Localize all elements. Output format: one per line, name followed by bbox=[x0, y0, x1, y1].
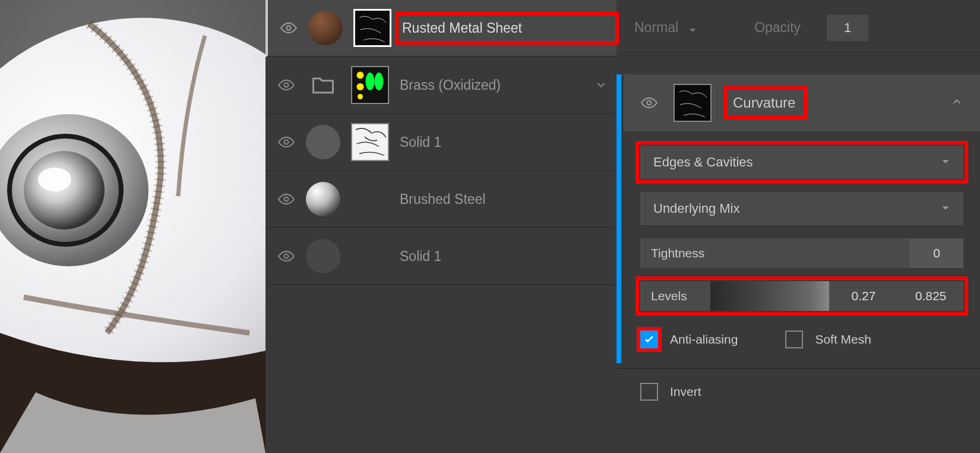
underlying-mix-select[interactable]: Underlying Mix bbox=[640, 192, 963, 225]
tightness-value[interactable]: 0 bbox=[910, 238, 963, 268]
visibility-icon[interactable] bbox=[277, 247, 295, 265]
svg-point-5 bbox=[24, 151, 105, 229]
material-thumb bbox=[306, 182, 340, 216]
curvature-body: Edges & Cavities Underlying Mix Tightnes… bbox=[624, 146, 980, 363]
anti-aliasing-checkbox[interactable] bbox=[640, 331, 658, 348]
layer-name-label[interactable]: Brushed Steel bbox=[400, 191, 609, 207]
visibility-icon[interactable] bbox=[277, 76, 295, 94]
folder-icon bbox=[306, 68, 340, 102]
separator bbox=[617, 368, 980, 369]
tightness-label: Tightness bbox=[640, 238, 905, 268]
svg-point-12 bbox=[357, 83, 364, 90]
levels-slider[interactable] bbox=[710, 281, 829, 311]
layer-blend-bar: Normal Opacity 1 bbox=[617, 0, 980, 56]
svg-point-9 bbox=[284, 83, 289, 87]
visibility-icon[interactable] bbox=[280, 19, 298, 37]
material-thumb bbox=[306, 239, 340, 273]
material-thumb bbox=[306, 125, 340, 159]
svg-point-15 bbox=[375, 73, 384, 90]
chevron-up-icon[interactable] bbox=[950, 95, 963, 111]
dropdown-triangle-icon bbox=[941, 155, 950, 170]
invert-row: Invert bbox=[640, 380, 963, 404]
svg-rect-8 bbox=[355, 11, 390, 45]
dropdown-triangle-icon bbox=[688, 23, 698, 33]
viewport-3d[interactable] bbox=[0, 0, 265, 453]
tightness-row[interactable]: Tightness 0 bbox=[640, 238, 963, 268]
chevron-down-icon[interactable] bbox=[593, 77, 609, 93]
opacity-label: Opacity bbox=[754, 20, 801, 36]
levels-row[interactable]: Levels 0.27 0.825 bbox=[640, 281, 963, 311]
blend-mode-select[interactable]: Normal bbox=[634, 20, 698, 36]
curvature-header[interactable]: Curvature bbox=[624, 74, 980, 131]
properties-panel: Normal Opacity 1 Curvature Edges & Cavit… bbox=[617, 0, 980, 453]
active-indicator bbox=[617, 74, 621, 363]
generator-title: Curvature bbox=[727, 91, 801, 115]
opacity-value-input[interactable]: 1 bbox=[827, 15, 868, 41]
mask-thumb[interactable] bbox=[353, 9, 391, 47]
blend-mode-value: Normal bbox=[634, 20, 678, 36]
layer-row-brushed-steel[interactable]: Brushed Steel bbox=[265, 171, 617, 228]
svg-point-20 bbox=[647, 101, 652, 105]
svg-point-18 bbox=[284, 197, 289, 202]
layer-panel: Rusted Metal Sheet Brass (Oxidized) Soli bbox=[265, 0, 617, 453]
visibility-icon[interactable] bbox=[277, 133, 295, 151]
layer-row-rusted-metal[interactable]: Rusted Metal Sheet bbox=[265, 0, 617, 57]
svg-point-11 bbox=[357, 72, 364, 79]
svg-point-14 bbox=[366, 73, 375, 90]
layer-name-label[interactable]: Solid 1 bbox=[400, 248, 609, 265]
levels-low-value[interactable]: 0.27 bbox=[834, 281, 893, 311]
invert-section: Invert bbox=[624, 376, 980, 416]
levels-label: Levels bbox=[640, 281, 706, 311]
soft-mesh-label: Soft Mesh bbox=[815, 332, 871, 347]
visibility-icon[interactable] bbox=[277, 190, 295, 208]
svg-point-19 bbox=[284, 254, 289, 259]
layer-name-label[interactable]: Rusted Metal Sheet bbox=[402, 20, 609, 36]
levels-high-value[interactable]: 0.825 bbox=[898, 281, 963, 311]
soft-mesh-checkbox[interactable] bbox=[785, 331, 803, 348]
dropdown-triangle-icon bbox=[941, 201, 950, 216]
mask-thumb[interactable] bbox=[351, 123, 389, 161]
layer-row-solid-1a[interactable]: Solid 1 bbox=[265, 114, 617, 171]
layer-row-brass-oxidized[interactable]: Brass (Oxidized) bbox=[265, 57, 617, 114]
layer-row-solid-1b[interactable]: Solid 1 bbox=[265, 228, 617, 285]
material-thumb bbox=[308, 11, 343, 45]
svg-rect-21 bbox=[675, 85, 710, 121]
layer-name-label[interactable]: Brass (Oxidized) bbox=[400, 77, 582, 93]
svg-point-16 bbox=[284, 140, 289, 144]
layer-name-label[interactable]: Solid 1 bbox=[400, 134, 609, 150]
toggle-row: Anti-aliasing Soft Mesh bbox=[640, 328, 963, 351]
curvature-mode-select[interactable]: Edges & Cavities bbox=[640, 146, 963, 179]
curvature-mode-value: Edges & Cavities bbox=[653, 155, 753, 170]
visibility-icon[interactable] bbox=[640, 94, 658, 112]
svg-point-7 bbox=[287, 26, 291, 30]
invert-label: Invert bbox=[670, 385, 701, 399]
curvature-section: Curvature Edges & Cavities Underlying Mi… bbox=[617, 74, 980, 363]
anti-aliasing-label: Anti-aliasing bbox=[670, 332, 738, 347]
generator-thumb bbox=[674, 84, 712, 122]
underlying-mix-value: Underlying Mix bbox=[653, 201, 740, 216]
svg-point-13 bbox=[358, 94, 363, 99]
svg-point-6 bbox=[38, 168, 71, 191]
mask-thumb[interactable] bbox=[351, 66, 389, 104]
invert-checkbox[interactable] bbox=[640, 383, 658, 401]
